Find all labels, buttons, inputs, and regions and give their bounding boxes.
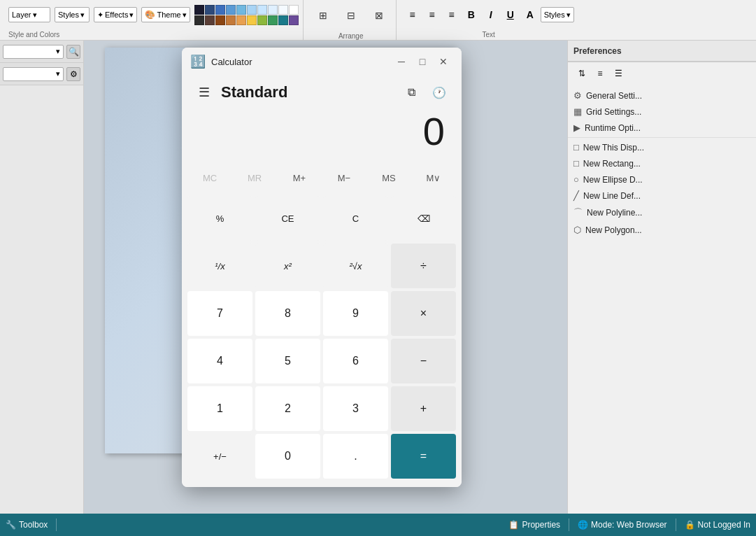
mode-browser-icon: 🌐 [578,520,588,530]
calc-4-btn[interactable]: 4 [187,339,252,383]
status-sep-3 [676,519,676,531]
pref-item-new-polygon[interactable]: ⬡ New Polygon... [568,222,756,238]
memory-mc-btn[interactable]: MC [187,165,232,190]
text-bold-btn[interactable]: B [462,6,480,24]
color-swatch[interactable] [205,5,215,15]
view-list-btn[interactable]: ☰ [610,65,627,82]
color-swatch[interactable] [236,5,246,15]
pref-item-new-rect[interactable]: □ New Rectang... [568,155,756,171]
calc-0-btn[interactable]: 0 [255,434,320,479]
login-item[interactable]: 🔒 Not Logged In [685,520,750,530]
pref-item-new-polyline-label: New Polyline... [587,208,642,218]
calc-7-btn[interactable]: 7 [187,291,252,336]
pref-item-new-line[interactable]: ╱ New Line Def... [568,188,756,204]
color-swatch[interactable] [194,5,204,15]
sort-desc-btn[interactable]: ≡ [592,65,608,82]
calc-sqrt-btn[interactable]: ²√x [323,244,388,288]
text-italic-btn[interactable]: I [482,6,500,24]
color-swatch[interactable] [278,15,288,25]
color-swatch[interactable] [268,5,278,15]
color-swatch[interactable] [215,15,225,25]
color-swatch[interactable] [278,5,288,15]
sort-asc-btn[interactable]: ⇅ [573,65,590,82]
color-swatch[interactable] [268,15,278,25]
calculator-history-btn[interactable]: 🕐 [428,81,450,104]
calc-multiply-btn[interactable]: × [391,291,456,336]
pref-item-new-ellipse[interactable]: ○ New Ellipse D... [568,171,756,188]
color-swatch[interactable] [289,15,299,25]
calc-2-btn[interactable]: 2 [255,386,320,431]
sidebar-dropdown-2[interactable]: ▾ [3,67,64,81]
color-swatch[interactable] [289,5,299,15]
color-swatch[interactable] [236,15,246,25]
color-swatch[interactable] [194,15,204,25]
calculator-display: 0 [182,106,462,162]
pref-item-general[interactable]: ⚙ General Setti... [568,87,756,104]
calculator-close-btn[interactable]: ✕ [434,52,453,71]
pref-item-grid[interactable]: ▦ Grid Settings... [568,104,756,120]
calculator-mode-header: ☰ Standard ⧉ 🕐 [182,76,462,106]
calc-9-btn[interactable]: 9 [323,291,388,336]
calc-decimal-btn[interactable]: . [323,434,388,479]
arrange-btn-1[interactable]: ⊞ [311,0,336,31]
calc-backspace-btn[interactable]: ⌫ [391,196,456,241]
color-swatch[interactable] [226,5,236,15]
calc-ce-btn[interactable]: CE [255,196,320,241]
calc-negate-btn[interactable]: +/− [187,434,252,479]
calc-square-btn[interactable]: x² [255,244,320,288]
color-swatch[interactable] [215,5,225,15]
calc-3-btn[interactable]: 3 [323,386,388,431]
text-styles-dropdown[interactable]: Styles ▾ [541,7,574,22]
text-align-center[interactable]: ≡ [423,6,441,24]
memory-mminus-btn[interactable]: M− [322,165,366,190]
memory-mv-btn[interactable]: M∨ [411,165,456,190]
layer-dropdown[interactable]: Layer ▾ [8,7,50,22]
calculator-minimize-btn[interactable]: ─ [392,52,411,71]
sidebar-dropdown-1[interactable]: ▾ [3,45,64,59]
calc-percent-btn[interactable]: % [187,196,252,241]
pref-item-runtime[interactable]: ▶ Runtime Opti... [568,120,756,136]
text-font-btn[interactable]: A [521,6,539,24]
calc-divide-btn[interactable]: ÷ [391,244,456,288]
arrange-btn-2[interactable]: ⊟ [338,0,364,31]
memory-mplus-btn[interactable]: M+ [277,165,322,190]
calc-subtract-btn[interactable]: − [391,339,456,383]
memory-ms-btn[interactable]: MS [366,165,411,190]
toolbox-item[interactable]: 🔧 Toolbox [6,520,48,530]
calculator-snap-btn[interactable]: ⧉ [400,81,422,104]
color-swatch[interactable] [257,5,267,15]
calc-6-btn[interactable]: 6 [323,339,388,383]
text-align-left[interactable]: ≡ [404,6,422,24]
sidebar-settings-btn[interactable]: ⚙ [66,67,80,81]
pref-item-new-display[interactable]: □ New This Disp... [568,139,756,155]
properties-item[interactable]: 📋 Properties [508,520,560,530]
preferences-title: Preferences [573,46,622,56]
sidebar-search-btn[interactable]: 🔍 [66,45,80,59]
effects-dropdown[interactable]: ✦ Effects ▾ [94,7,137,22]
text-underline-btn[interactable]: U [501,6,520,24]
theme-dropdown[interactable]: 🎨 Theme ▾ [141,7,190,22]
calc-add-btn[interactable]: + [391,386,456,431]
mode-item[interactable]: 🌐 Mode: Web Browser [578,520,667,530]
memory-mr-btn[interactable]: MR [232,165,277,190]
runtime-icon: ▶ [573,122,580,133]
color-swatch[interactable] [205,15,215,25]
calc-5-btn[interactable]: 5 [255,339,320,383]
styles-dropdown[interactable]: Styles ▾ [55,7,90,22]
text-align-right[interactable]: ≡ [443,6,461,24]
color-palette [194,5,299,25]
color-swatch[interactable] [247,5,257,15]
new-rect-icon: □ [573,158,579,169]
color-swatch[interactable] [226,15,236,25]
arrange-btn-3[interactable]: ⊠ [366,0,392,31]
calc-clear-btn[interactable]: C [323,196,388,241]
color-swatch[interactable] [257,15,267,25]
calculator-maximize-btn[interactable]: □ [413,52,432,71]
calc-1-btn[interactable]: 1 [187,386,252,431]
calc-equals-btn[interactable]: = [391,434,456,479]
calc-reciprocal-btn[interactable]: ¹/x [187,244,252,288]
calc-8-btn[interactable]: 8 [255,291,320,336]
calculator-menu-btn[interactable]: ☰ [193,81,215,104]
color-swatch[interactable] [247,15,257,25]
pref-item-new-polyline[interactable]: ⌒ New Polyline... [568,204,756,222]
